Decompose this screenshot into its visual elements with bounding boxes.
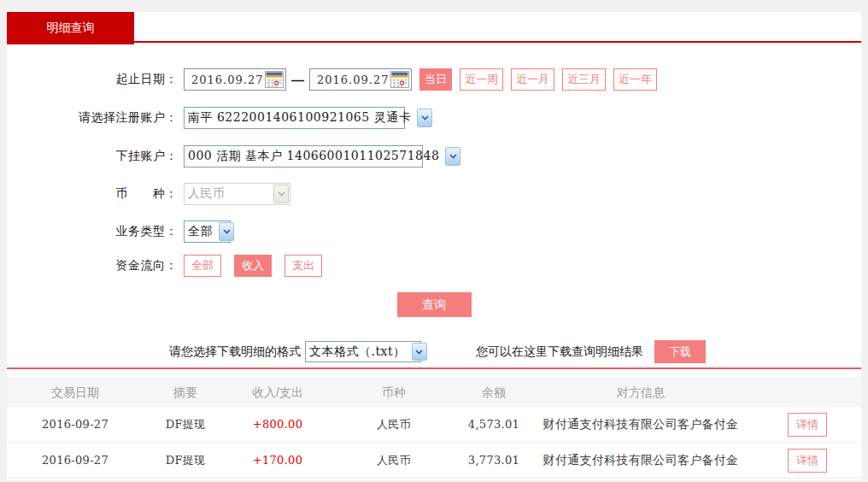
download-format-label: 请您选择下载明细的格式 — [169, 344, 301, 360]
amount: +800.00 — [227, 418, 328, 431]
counterparty: 财付通支付科技有限公司客户备付金 — [528, 453, 754, 468]
currency-row: 币 种： 人民币 — [7, 183, 861, 205]
query-button[interactable]: 查询 — [397, 292, 472, 317]
header-counterparty: 对方信息 — [528, 385, 754, 401]
business-type-row: 业务类型： 全部 — [7, 220, 861, 243]
register-account-row: 请选择注册账户： 南平 6222001406100921065 灵通卡 — [7, 107, 861, 129]
chevron-down-icon — [445, 147, 460, 166]
business-type-select[interactable]: 全部 — [184, 220, 231, 243]
date-range-label: 起止日期： — [7, 72, 178, 87]
balance: 3,773.01 — [460, 454, 528, 467]
currency-value: 人民币 — [185, 184, 273, 204]
trade-date: 2016-09-27 — [7, 454, 144, 467]
summary: DF提现 — [144, 453, 227, 468]
sub-account-select[interactable]: 000 活期 基本户 1406600101102571848 — [184, 145, 423, 168]
download-hint-text: 您可以在这里下载查询明细结果 — [476, 344, 643, 360]
currency: 人民币 — [328, 453, 460, 468]
download-row: 请您选择下载明细的格式 文本格式（.txt） 您可以在这里下载查询明细结果 下载 — [7, 340, 861, 363]
register-account-value: 南平 6222001406100921065 灵通卡 — [185, 108, 416, 128]
chevron-down-icon — [412, 343, 427, 361]
flow-expense-button[interactable]: 支出 — [284, 255, 322, 277]
tab-detail-query[interactable]: 明细查询 — [7, 12, 134, 44]
download-button[interactable]: 下载 — [654, 340, 706, 363]
table-header: 交易日期 摘要 收入/支出 币种 余额 对方信息 — [7, 378, 861, 407]
table-top-divider — [7, 367, 861, 369]
query-form: 起止日期： 2016.09.27 — [7, 43, 861, 317]
table-row: 2016-09-27 DF提现 +800.00 人民币 4,573.01 财付通… — [7, 407, 861, 443]
sub-account-value: 000 活期 基本户 1406600101102571848 — [185, 146, 444, 167]
quick-range-month-button[interactable]: 近一月 — [511, 68, 554, 91]
flow-income-button[interactable]: 收入 — [234, 255, 272, 277]
header-income-expense: 收入/支出 — [227, 385, 328, 401]
counterparty: 财付通支付科技有限公司客户备付金 — [528, 417, 754, 432]
header-trade-date: 交易日期 — [7, 385, 144, 401]
summary: DF提现 — [144, 417, 227, 432]
currency-label: 币 种： — [7, 186, 178, 202]
table-row: 2016-09-27 DF提现 +170.00 人民币 3,773.01 财付通… — [7, 443, 861, 479]
main-panel: 明细查询 起止日期： 2016.09.27 — [7, 12, 861, 480]
amount: +170.00 — [227, 454, 328, 467]
download-format-select[interactable]: 文本格式（.txt） — [305, 341, 421, 362]
register-account-label: 请选择注册账户： — [7, 110, 178, 126]
header-summary: 摘要 — [144, 385, 227, 401]
flow-all-button[interactable]: 全部 — [184, 255, 221, 277]
date-separator: — — [291, 73, 304, 87]
register-account-select[interactable]: 南平 6222001406100921065 灵通卡 — [184, 107, 405, 129]
quick-range-today-button[interactable]: 当日 — [419, 68, 452, 91]
chevron-down-icon — [219, 222, 234, 241]
header-currency: 币种 — [328, 385, 460, 401]
detail-button[interactable]: 详情 — [788, 413, 827, 437]
currency: 人民币 — [328, 417, 460, 432]
calendar-icon[interactable] — [390, 71, 409, 88]
balance: 4,573.01 — [460, 418, 528, 431]
business-type-value: 全部 — [185, 221, 218, 242]
date-from-value: 2016.09.27 — [191, 73, 263, 86]
detail-button[interactable]: 详情 — [788, 449, 827, 473]
currency-select: 人民币 — [184, 183, 290, 205]
date-to-input[interactable]: 2016.09.27 — [309, 68, 412, 91]
trade-date: 2016-09-27 — [7, 418, 144, 431]
tab-bar: 明细查询 — [7, 12, 861, 43]
calendar-icon[interactable] — [265, 71, 284, 88]
header-balance: 余额 — [460, 385, 528, 401]
chevron-down-icon — [273, 185, 289, 203]
fund-flow-row: 资金流向： 全部 收入 支出 — [7, 255, 861, 277]
date-range-row: 起止日期： 2016.09.27 — [7, 68, 861, 91]
date-to-value: 2016.09.27 — [317, 73, 389, 86]
business-type-label: 业务类型： — [7, 224, 178, 239]
download-format-value: 文本格式（.txt） — [306, 342, 411, 362]
chevron-down-icon — [417, 109, 432, 127]
fund-flow-label: 资金流向： — [7, 258, 178, 273]
sub-account-label: 下挂账户： — [7, 149, 178, 164]
quick-range-week-button[interactable]: 近一周 — [460, 68, 503, 91]
sub-account-row: 下挂账户： 000 活期 基本户 1406600101102571848 — [7, 145, 861, 168]
quick-range-quarter-button[interactable]: 近三月 — [562, 68, 606, 91]
quick-range-year-button[interactable]: 近一年 — [613, 68, 657, 91]
date-from-input[interactable]: 2016.09.27 — [184, 68, 286, 91]
